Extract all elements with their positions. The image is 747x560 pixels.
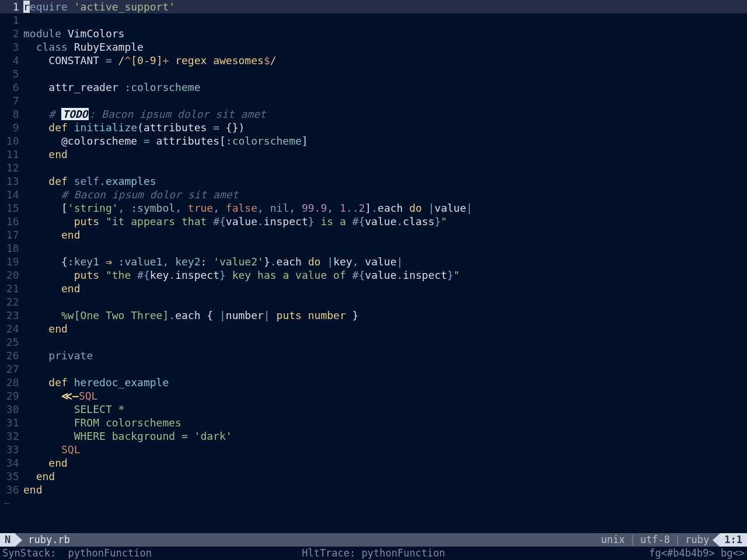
line-number: 2: [0, 27, 23, 40]
code-content[interactable]: [23, 67, 747, 80]
code-line[interactable]: 9 def initialize(attributes = {}): [0, 121, 747, 134]
code-line[interactable]: 1require 'active_support': [0, 0, 747, 13]
line-number: 12: [0, 161, 23, 174]
code-line[interactable]: 30 SELECT *: [0, 402, 747, 416]
code-content[interactable]: private: [23, 349, 747, 362]
hlttrace-label: HltTrace: pythonFunction: [302, 547, 445, 560]
code-line[interactable]: 8 # TODO: Bacon ipsum dolor sit amet: [0, 107, 747, 121]
synstack-label: SynStack: pythonFunction: [2, 547, 152, 560]
code-line[interactable]: 29 ≪—SQL: [0, 389, 747, 402]
code-content[interactable]: end: [23, 483, 747, 496]
code-line[interactable]: 26 private: [0, 349, 747, 362]
code-line[interactable]: 35 end: [0, 470, 747, 483]
line-number: 7: [0, 94, 23, 107]
code-line[interactable]: 3 class RubyExample: [0, 40, 747, 54]
code-line[interactable]: 25: [0, 335, 747, 349]
code-content[interactable]: ≪—SQL: [23, 389, 747, 402]
code-line[interactable]: 36end: [0, 483, 747, 496]
code-line[interactable]: 17 end: [0, 228, 747, 242]
code-content[interactable]: [23, 161, 747, 174]
code-content[interactable]: def self.examples: [23, 174, 747, 188]
code-line[interactable]: 5: [0, 67, 747, 80]
code-content[interactable]: {:key1 ⇒ :value1, key2: 'value2'}.each d…: [23, 255, 747, 268]
code-line[interactable]: 10 @colorscheme = attributes[:colorschem…: [0, 134, 747, 148]
line-number: 5: [0, 67, 23, 80]
code-content[interactable]: end: [23, 228, 747, 242]
code-line[interactable]: 28 def heredoc_example: [0, 376, 747, 389]
code-line[interactable]: 14 # Bacon ipsum dolor sit amet: [0, 188, 747, 201]
code-content[interactable]: module VimColors: [23, 27, 747, 40]
line-number: 34: [0, 456, 23, 470]
code-content[interactable]: [23, 335, 747, 349]
code-line[interactable]: 4 CONSTANT = /^[0-9]+ regex awesomes$/: [0, 54, 747, 67]
code-content[interactable]: FROM colorschemes: [23, 416, 747, 429]
code-line[interactable]: 7: [0, 94, 747, 107]
code-content[interactable]: end: [23, 470, 747, 483]
code-line[interactable]: 19 {:key1 ⇒ :value1, key2: 'value2'}.eac…: [0, 255, 747, 268]
code-content[interactable]: class RubyExample: [23, 40, 747, 54]
separator-icon: [713, 534, 720, 547]
code-line[interactable]: 24 end: [0, 322, 747, 335]
separator-icon: |: [673, 533, 682, 547]
code-content[interactable]: end: [23, 148, 747, 161]
code-line[interactable]: 22: [0, 295, 747, 309]
code-content[interactable]: def initialize(attributes = {}): [23, 121, 747, 134]
line-number: 33: [0, 443, 23, 456]
code-line[interactable]: 15 ['string', :symbol, true, false, nil,…: [0, 201, 747, 215]
code-line[interactable]: 1: [0, 13, 747, 27]
code-line[interactable]: 12: [0, 161, 747, 174]
code-content[interactable]: end: [23, 456, 747, 470]
code-content[interactable]: [23, 13, 747, 27]
code-content[interactable]: puts "the #{key.inspect} key has a value…: [23, 268, 747, 282]
code-content[interactable]: CONSTANT = /^[0-9]+ regex awesomes$/: [23, 54, 747, 67]
code-line[interactable]: 21 end: [0, 282, 747, 295]
line-number: 35: [0, 470, 23, 483]
code-line[interactable]: 20 puts "the #{key.inspect} key has a va…: [0, 268, 747, 282]
code-content[interactable]: # TODO: Bacon ipsum dolor sit amet: [23, 107, 747, 121]
info-line: SynStack: pythonFunction HltTrace: pytho…: [0, 547, 747, 560]
code-line[interactable]: 32 WHERE background = 'dark': [0, 429, 747, 443]
code-line[interactable]: 6 attr_reader :colorscheme: [0, 80, 747, 94]
code-content[interactable]: require 'active_support': [23, 0, 747, 13]
code-content[interactable]: [23, 94, 747, 107]
code-line[interactable]: 31 FROM colorschemes: [0, 416, 747, 429]
code-content[interactable]: @colorscheme = attributes[:colorscheme]: [23, 134, 747, 148]
code-content[interactable]: puts "it appears that #{value.inspect} i…: [23, 215, 747, 228]
line-number: 21: [0, 282, 23, 295]
code-line[interactable]: 27: [0, 362, 747, 376]
code-line[interactable]: 33 SQL: [0, 443, 747, 456]
line-number: 27: [0, 362, 23, 376]
code-line[interactable]: 13 def self.examples: [0, 174, 747, 188]
line-number: 29: [0, 389, 23, 402]
code-content[interactable]: WHERE background = 'dark': [23, 429, 747, 443]
line-number: 1: [0, 13, 23, 27]
code-line[interactable]: 34 end: [0, 456, 747, 470]
code-content[interactable]: ['string', :symbol, true, false, nil, 99…: [23, 201, 747, 215]
line-number: 11: [0, 148, 23, 161]
code-content[interactable]: SELECT *: [23, 402, 747, 416]
code-content[interactable]: end: [23, 322, 747, 335]
code-line[interactable]: 2module VimColors: [0, 27, 747, 40]
code-content[interactable]: end: [23, 282, 747, 295]
code-content[interactable]: %w[One Two Three].each { |number| puts n…: [23, 309, 747, 322]
code-content[interactable]: [23, 295, 747, 309]
line-number: 8: [0, 107, 23, 121]
end-of-buffer: ~: [0, 496, 747, 510]
code-content[interactable]: attr_reader :colorscheme: [23, 80, 747, 94]
code-content[interactable]: [23, 362, 747, 376]
code-line[interactable]: 23 %w[One Two Three].each { |number| put…: [0, 309, 747, 322]
line-number: 16: [0, 215, 23, 228]
cursor-position: 1:1: [720, 533, 747, 547]
statusline: N ruby.rb unix | utf-8 | ruby 1:1: [0, 533, 747, 547]
code-content[interactable]: def heredoc_example: [23, 376, 747, 389]
line-number: 6: [0, 80, 23, 94]
code-content[interactable]: # Bacon ipsum dolor sit amet: [23, 188, 747, 201]
code-line[interactable]: 16 puts "it appears that #{value.inspect…: [0, 215, 747, 228]
code-content[interactable]: SQL: [23, 443, 747, 456]
editor-buffer[interactable]: 1require 'active_support' 1 2module VimC…: [0, 0, 747, 533]
code-line[interactable]: 11 end: [0, 148, 747, 161]
code-content[interactable]: [23, 242, 747, 255]
encoding: utf-8: [637, 533, 673, 547]
line-number: 23: [0, 309, 23, 322]
code-line[interactable]: 18: [0, 242, 747, 255]
